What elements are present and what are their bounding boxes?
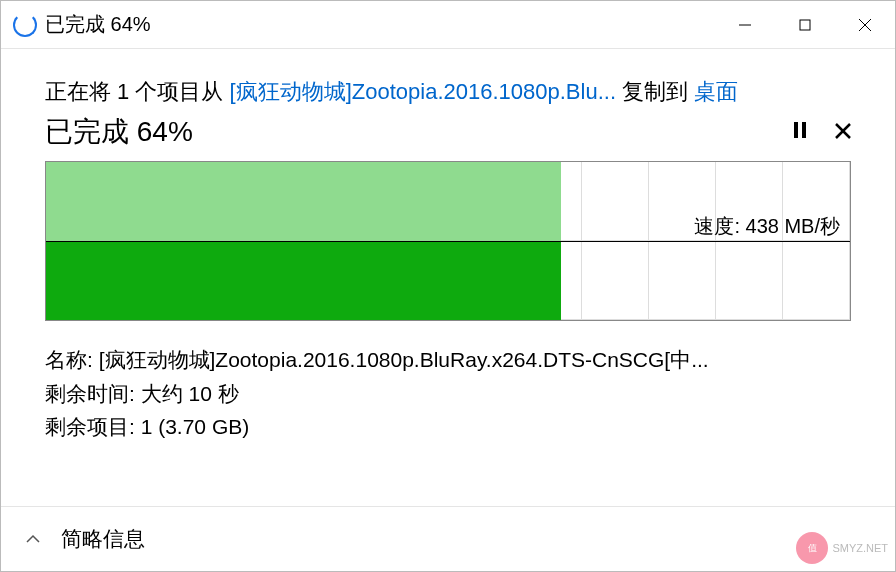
- status-row: 已完成 64%: [45, 113, 851, 151]
- copy-prefix: 正在将 1 个项目从: [45, 79, 230, 104]
- window-controls: [715, 1, 895, 48]
- watermark-logo: 值: [796, 532, 828, 564]
- source-link[interactable]: [疯狂动物城]Zootopia.2016.1080p.Blu...: [230, 79, 616, 104]
- detail-name-value: [疯狂动物城]Zootopia.2016.1080p.BluRay.x264.D…: [99, 348, 709, 371]
- detail-time-value: 大约 10 秒: [141, 382, 239, 405]
- dialog-content: 正在将 1 个项目从 [疯狂动物城]Zootopia.2016.1080p.Bl…: [1, 49, 895, 506]
- details: 名称: [疯狂动物城]Zootopia.2016.1080p.BluRay.x2…: [45, 343, 851, 444]
- detail-time-label: 剩余时间:: [45, 382, 141, 405]
- file-copy-dialog: 已完成 64% 正在将 1 个项目从 [疯狂动物城]Zootopia.2016.…: [0, 0, 896, 572]
- chart-area-upper: [46, 162, 561, 241]
- speed-label: 速度: 438 MB/秒: [694, 213, 840, 240]
- status-text: 已完成 64%: [45, 113, 193, 151]
- detail-name: 名称: [疯狂动物城]Zootopia.2016.1080p.BluRay.x2…: [45, 343, 851, 377]
- detail-items-value: 1 (3.70 GB): [141, 415, 250, 438]
- detail-name-label: 名称:: [45, 348, 99, 371]
- details-toggle[interactable]: 简略信息: [61, 525, 145, 553]
- cancel-button[interactable]: [835, 119, 851, 145]
- footer: 简略信息: [1, 506, 895, 571]
- titlebar: 已完成 64%: [1, 1, 895, 49]
- window-title: 已完成 64%: [45, 11, 715, 38]
- chevron-up-icon[interactable]: [25, 531, 41, 547]
- svg-rect-5: [802, 122, 806, 138]
- svg-rect-4: [794, 122, 798, 138]
- detail-items: 剩余项目: 1 (3.70 GB): [45, 410, 851, 444]
- pause-button[interactable]: [793, 119, 807, 145]
- progress-spinner-icon: [13, 13, 37, 37]
- detail-time: 剩余时间: 大约 10 秒: [45, 377, 851, 411]
- close-button[interactable]: [835, 1, 895, 48]
- copy-middle: 复制到: [616, 79, 694, 104]
- copy-description: 正在将 1 个项目从 [疯狂动物城]Zootopia.2016.1080p.Bl…: [45, 77, 851, 107]
- minimize-button[interactable]: [715, 1, 775, 48]
- detail-items-label: 剩余项目:: [45, 415, 141, 438]
- maximize-button[interactable]: [775, 1, 835, 48]
- speed-chart: 速度: 438 MB/秒: [45, 161, 851, 321]
- close-icon: [835, 123, 851, 139]
- dest-link[interactable]: 桌面: [694, 79, 738, 104]
- svg-rect-1: [800, 20, 810, 30]
- chart-speed-line: [46, 241, 850, 242]
- watermark-text: SMYZ.NET: [832, 542, 888, 554]
- chart-area-lower: [46, 241, 561, 320]
- status-controls: [793, 119, 851, 145]
- pause-icon: [793, 121, 807, 139]
- watermark: 值 SMYZ.NET: [796, 532, 888, 564]
